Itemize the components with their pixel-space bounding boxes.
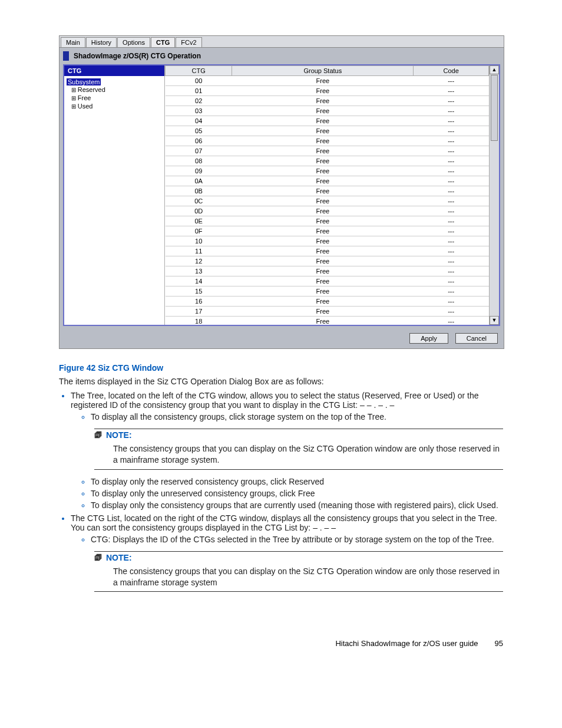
figure-caption: Figure 42 Siz CTG Window: [59, 363, 503, 373]
scroll-up-icon[interactable]: ▲: [490, 65, 499, 74]
cell-code: ---: [414, 136, 489, 146]
scroll-thumb[interactable]: [491, 75, 498, 141]
cell-ctg: 07: [166, 146, 232, 156]
ctg-table: CTGGroup StatusCode 00Free---01Free---02…: [165, 65, 489, 325]
cancel-button[interactable]: Cancel: [455, 333, 498, 344]
table-row[interactable]: 0CFree---: [166, 196, 489, 206]
tree-selected[interactable]: Subsystem: [67, 78, 101, 85]
table-row[interactable]: 15Free---: [166, 286, 489, 297]
sub-bullet-reserved: To display only the reserved consistency…: [91, 477, 503, 486]
cell-ctg: 04: [166, 116, 232, 126]
col-code[interactable]: Code: [414, 66, 489, 76]
cell-code: ---: [414, 116, 489, 126]
cell-status: Free: [232, 166, 414, 176]
bullet-ctglist-text: The CTG List, located on the right of th…: [71, 513, 497, 532]
table-row[interactable]: 02Free---: [166, 96, 489, 106]
cell-ctg: 08: [166, 156, 232, 166]
tree-node-free[interactable]: Free: [67, 94, 162, 102]
cell-ctg: 01: [166, 86, 232, 96]
ctg-window: MainHistoryOptionsCTGFCv2 ShadowImage z/…: [59, 35, 504, 349]
bullet-tree-text: The Tree, located on the left of the CTG…: [71, 391, 479, 410]
sub-bullet-used: To display only the consistency groups t…: [91, 500, 503, 510]
document-body: Figure 42 Siz CTG Window The items displ…: [59, 363, 503, 592]
bullet-ctglist: The CTG List, located on the right of th…: [71, 513, 503, 592]
table-row[interactable]: 13Free---: [166, 266, 489, 276]
note-icon: 🗊: [94, 553, 103, 562]
cell-status: Free: [232, 106, 414, 116]
table-row[interactable]: 00Free---: [166, 76, 489, 86]
table-row[interactable]: 05Free---: [166, 126, 489, 136]
table-row[interactable]: 0BFree---: [166, 186, 489, 196]
tree-body: Subsystem ReservedFreeUsed: [64, 76, 164, 325]
cell-status: Free: [232, 146, 414, 156]
table-row[interactable]: 11Free---: [166, 246, 489, 256]
cell-status: Free: [232, 126, 414, 136]
table-row[interactable]: 07Free---: [166, 146, 489, 156]
table-row[interactable]: 0AFree---: [166, 176, 489, 186]
cell-code: ---: [414, 186, 489, 196]
tree-node-reserved[interactable]: Reserved: [67, 85, 162, 94]
cell-ctg: 00: [166, 76, 232, 86]
page-footer: Hitachi ShadowImage for z/OS user guide …: [59, 639, 503, 648]
cell-code: ---: [414, 246, 489, 256]
table-row[interactable]: 08Free---: [166, 156, 489, 166]
table-row[interactable]: 16Free---: [166, 297, 489, 307]
cell-status: Free: [232, 226, 414, 236]
tab-options[interactable]: Options: [117, 37, 150, 47]
col-ctg[interactable]: CTG: [166, 66, 232, 76]
tab-ctg[interactable]: CTG: [151, 37, 175, 47]
tab-history[interactable]: History: [86, 37, 117, 47]
cell-ctg: 02: [166, 96, 232, 106]
cell-ctg: 10: [166, 236, 232, 246]
header-accent-bar: [63, 51, 69, 61]
table-row[interactable]: 14Free---: [166, 276, 489, 286]
cell-status: Free: [232, 136, 414, 146]
cell-code: ---: [414, 226, 489, 236]
table-row[interactable]: 10Free---: [166, 236, 489, 246]
cell-status: Free: [232, 317, 414, 325]
table-row[interactable]: 17Free---: [166, 307, 489, 317]
cell-status: Free: [232, 186, 414, 196]
cell-ctg: 05: [166, 126, 232, 136]
cell-ctg: 0B: [166, 186, 232, 196]
cell-code: ---: [414, 276, 489, 286]
tree-node-used[interactable]: Used: [67, 102, 162, 110]
cell-ctg: 03: [166, 106, 232, 116]
cell-code: ---: [414, 176, 489, 186]
table-row[interactable]: 0FFree---: [166, 226, 489, 236]
cell-status: Free: [232, 116, 414, 126]
vertical-scrollbar[interactable]: ▲ ▼: [489, 65, 499, 325]
apply-button[interactable]: Apply: [409, 333, 448, 344]
cell-status: Free: [232, 307, 414, 317]
table-row[interactable]: 12Free---: [166, 256, 489, 266]
scroll-down-icon[interactable]: ▼: [490, 316, 499, 325]
table-row[interactable]: 09Free---: [166, 166, 489, 176]
note-icon: 🗊: [94, 430, 103, 440]
col-group-status[interactable]: Group Status: [232, 66, 414, 76]
sub-bullet-all: To display all the consistency groups, c…: [91, 412, 503, 421]
tab-main[interactable]: Main: [61, 37, 85, 47]
cell-code: ---: [414, 256, 489, 266]
table-row[interactable]: 0EFree---: [166, 216, 489, 226]
cell-ctg: 17: [166, 307, 232, 317]
table-row[interactable]: 04Free---: [166, 116, 489, 126]
table-row[interactable]: 03Free---: [166, 106, 489, 116]
tab-bar: MainHistoryOptionsCTGFCv2: [59, 36, 504, 48]
table-row[interactable]: 0DFree---: [166, 206, 489, 216]
cell-ctg: 0D: [166, 206, 232, 216]
panel-body: CTG Subsystem ReservedFreeUsed CTGGroup …: [63, 64, 500, 326]
table-row[interactable]: 06Free---: [166, 136, 489, 146]
panel-header: ShadowImage z/OS(R) CTG Operation: [59, 48, 504, 64]
cell-code: ---: [414, 126, 489, 136]
button-row: Apply Cancel: [59, 330, 504, 348]
tab-fcv2[interactable]: FCv2: [176, 37, 201, 47]
footer-page: 95: [495, 639, 503, 648]
cell-code: ---: [414, 166, 489, 176]
cell-ctg: 12: [166, 256, 232, 266]
cell-ctg: 0A: [166, 176, 232, 186]
table-row[interactable]: 18Free---: [166, 317, 489, 325]
table-row[interactable]: 01Free---: [166, 86, 489, 96]
cell-status: Free: [232, 286, 414, 297]
cell-status: Free: [232, 76, 414, 86]
cell-status: Free: [232, 276, 414, 286]
